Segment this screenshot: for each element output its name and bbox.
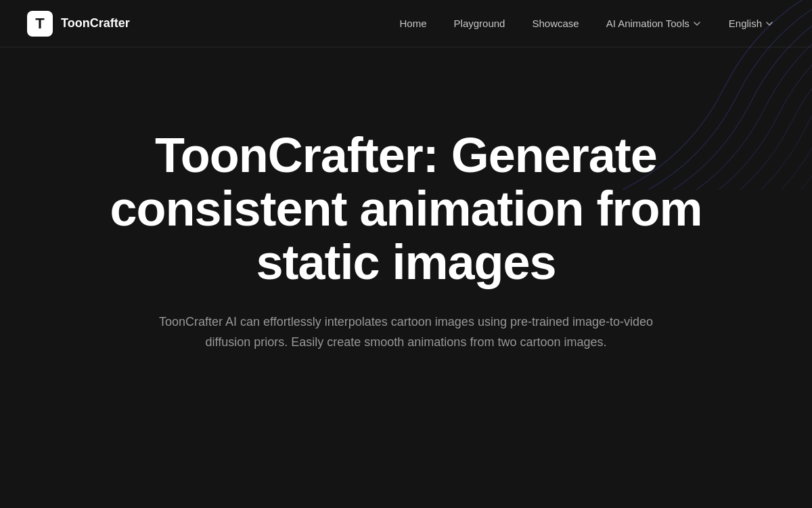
logo-icon: T <box>27 11 53 37</box>
logo-text: ToonCrafter <box>61 16 130 30</box>
nav-item-home[interactable]: Home <box>389 12 438 35</box>
nav-links: Home Playground Showcase AI Animation To… <box>389 12 785 35</box>
nav-label-playground: Playground <box>454 18 505 29</box>
nav-label-language: English <box>729 18 762 29</box>
hero-title: ToonCrafter: Generate consistent animati… <box>102 129 710 290</box>
nav-item-language[interactable]: English <box>718 12 785 35</box>
nav-item-showcase[interactable]: Showcase <box>521 12 589 35</box>
nav-label-ai-tools: AI Animation Tools <box>606 18 690 29</box>
nav-item-playground[interactable]: Playground <box>443 12 516 35</box>
hero-subtitle: ToonCrafter AI can effortlessly interpol… <box>149 312 663 353</box>
hero-section: ToonCrafter: Generate consistent animati… <box>0 129 812 353</box>
logo-letter: T <box>35 16 44 31</box>
nav-label-home: Home <box>400 18 427 29</box>
logo[interactable]: T ToonCrafter <box>27 11 130 37</box>
nav-item-ai-tools[interactable]: AI Animation Tools <box>595 12 713 35</box>
navbar: T ToonCrafter Home Playground Showcase A… <box>0 0 812 47</box>
chevron-down-language-icon <box>765 19 774 28</box>
nav-label-showcase: Showcase <box>532 18 579 29</box>
chevron-down-icon <box>692 19 702 28</box>
